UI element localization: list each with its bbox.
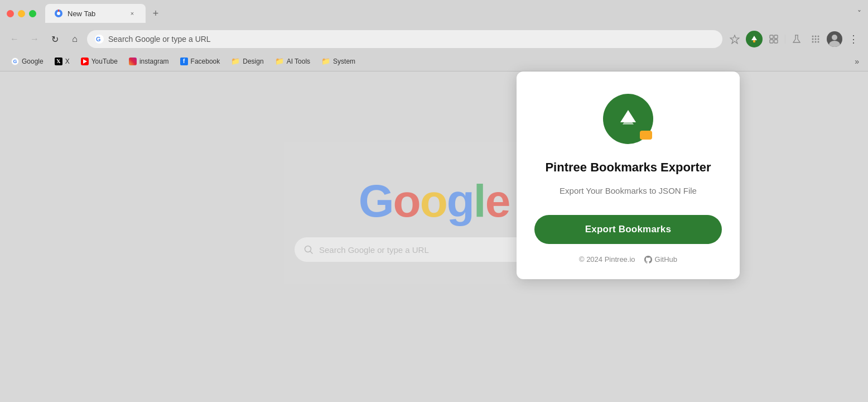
- google-logo-o1: o: [393, 175, 420, 226]
- page-content: Google Search Google or type a URL: [0, 71, 868, 402]
- popup-github-link[interactable]: GitHub: [644, 255, 677, 264]
- bookmark-x[interactable]: 𝕏 X: [50, 55, 74, 68]
- bookmarks-bar: G Google 𝕏 X YouTube instagram f Faceboo…: [0, 51, 868, 71]
- facebook-favicon-icon: f: [180, 58, 188, 65]
- svg-point-17: [812, 41, 814, 43]
- close-window-button[interactable]: [7, 10, 14, 17]
- svg-point-12: [815, 36, 817, 37]
- active-tab[interactable]: New Tab ×: [45, 4, 146, 23]
- google-search-icon: G: [95, 35, 104, 44]
- svg-rect-5: [753, 40, 755, 42]
- pintree-extension-icon[interactable]: [746, 31, 763, 47]
- popup-logo: [603, 94, 653, 144]
- google-logo-o2: o: [420, 175, 447, 226]
- popup-footer: © 2024 Pintree.io GitHub: [579, 255, 677, 264]
- toolbar-divider: [785, 35, 785, 44]
- extension-popup: Pintree Bookmarks Exporter Export Your B…: [517, 71, 740, 279]
- google-logo: Google: [359, 178, 509, 224]
- back-button[interactable]: ←: [7, 31, 22, 47]
- github-label: GitHub: [655, 255, 677, 264]
- tab-favicon-icon: [54, 9, 63, 18]
- folder-icon: 📁: [231, 57, 240, 65]
- bookmark-youtube-label: YouTube: [91, 58, 118, 65]
- google-logo-l: l: [474, 175, 485, 226]
- bookmark-instagram[interactable]: instagram: [124, 55, 173, 68]
- bookmarks-more-button[interactable]: »: [852, 55, 861, 68]
- google-logo-e: e: [485, 175, 510, 226]
- instagram-favicon-icon: [129, 58, 137, 65]
- svg-rect-6: [770, 35, 773, 39]
- tab-title: New Tab: [67, 9, 123, 18]
- address-bar[interactable]: G Search Google or type a URL: [87, 30, 722, 48]
- google-favicon-icon: G: [11, 58, 19, 65]
- svg-point-14: [812, 39, 814, 40]
- bookmark-google-label: Google: [22, 58, 44, 65]
- google-logo-g: G: [359, 175, 393, 226]
- forward-button[interactable]: →: [27, 31, 42, 47]
- profile-avatar[interactable]: [827, 31, 842, 47]
- new-tab-button[interactable]: +: [148, 6, 163, 21]
- svg-point-18: [815, 41, 817, 43]
- toolbar-right: ⋮: [727, 31, 861, 47]
- folder-icon: 📁: [321, 57, 330, 65]
- fullscreen-window-button[interactable]: [29, 10, 36, 17]
- more-options-button[interactable]: ⋮: [846, 31, 861, 47]
- bookmark-youtube[interactable]: YouTube: [76, 55, 122, 68]
- github-icon: [644, 256, 652, 264]
- svg-point-21: [829, 41, 840, 47]
- svg-rect-9: [774, 40, 778, 43]
- title-bar: New Tab × + ˅: [0, 0, 868, 27]
- svg-point-1: [57, 12, 60, 15]
- popup-copyright: © 2024 Pintree.io: [579, 255, 635, 264]
- title-bar-right: ˅: [857, 9, 861, 18]
- svg-line-23: [310, 251, 312, 253]
- lab-icon[interactable]: [789, 31, 804, 47]
- browser-frame: New Tab × + ˅ ← → ↻ ⌂ G Search Google or…: [0, 0, 868, 402]
- tab-bar: New Tab × +: [45, 4, 853, 23]
- svg-point-13: [818, 36, 819, 37]
- export-bookmarks-button[interactable]: Export Bookmarks: [534, 215, 722, 244]
- bookmark-system-label: System: [333, 58, 355, 65]
- svg-point-20: [832, 35, 837, 40]
- pintree-logo-icon: [616, 107, 640, 131]
- popup-badge: [640, 131, 652, 140]
- bookmark-instagram-label: instagram: [139, 58, 169, 65]
- search-icon: [303, 245, 314, 255]
- folder-icon: 📁: [275, 57, 284, 65]
- chevron-down-icon[interactable]: ˅: [857, 9, 861, 18]
- bookmark-facebook[interactable]: f Facebook: [176, 55, 225, 68]
- bookmark-design-label: Design: [243, 58, 263, 65]
- svg-marker-4: [751, 36, 757, 40]
- search-placeholder: Search Google or type a URL: [319, 245, 429, 255]
- svg-point-19: [818, 41, 819, 43]
- tab-close-button[interactable]: ×: [128, 9, 137, 18]
- bookmark-ai-tools-label: AI Tools: [287, 58, 310, 65]
- traffic-lights: [7, 10, 36, 17]
- bookmark-star-button[interactable]: [727, 31, 742, 47]
- address-text: Search Google or type a URL: [108, 35, 211, 44]
- reload-button[interactable]: ↻: [47, 31, 62, 47]
- bookmark-ai-tools[interactable]: 📁 AI Tools: [271, 55, 315, 68]
- svg-marker-3: [730, 35, 739, 44]
- svg-rect-7: [774, 35, 778, 39]
- svg-rect-8: [770, 40, 773, 43]
- svg-point-11: [812, 36, 814, 37]
- minimize-window-button[interactable]: [18, 10, 25, 17]
- svg-point-16: [818, 39, 819, 40]
- svg-text:G: G: [96, 36, 101, 42]
- bookmark-facebook-label: Facebook: [191, 58, 220, 65]
- bookmark-design[interactable]: 📁 Design: [226, 55, 268, 68]
- home-button[interactable]: ⌂: [67, 31, 83, 47]
- svg-point-15: [815, 39, 817, 40]
- google-logo-g2: g: [447, 175, 474, 226]
- bookmark-system[interactable]: 📁 System: [317, 55, 360, 68]
- toolbar: ← → ↻ ⌂ G Search Google or type a URL: [0, 27, 868, 51]
- bookmark-x-label: X: [65, 58, 70, 65]
- extensions-button[interactable]: [766, 31, 782, 47]
- x-favicon-icon: 𝕏: [55, 58, 62, 65]
- popup-title: Pintree Bookmarks Exporter: [545, 160, 711, 176]
- apps-grid-button[interactable]: [808, 31, 823, 47]
- popup-description: Export Your Bookmarks to JSON File: [560, 185, 697, 198]
- bookmark-google[interactable]: G Google: [7, 55, 48, 68]
- youtube-favicon-icon: [81, 58, 89, 65]
